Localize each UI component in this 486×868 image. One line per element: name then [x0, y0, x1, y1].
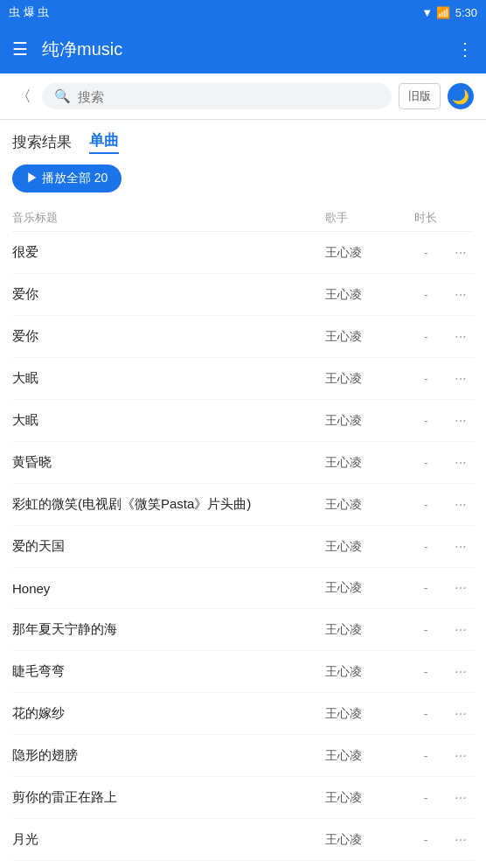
song-artist: 王心凌: [325, 748, 404, 764]
table-row[interactable]: 很爱 王心凌 - ···: [12, 232, 474, 274]
song-duration: -: [404, 791, 448, 805]
top-bar: ☰ 纯净music ⋮: [0, 24, 486, 74]
song-name: 爱的天国: [12, 538, 325, 555]
song-duration: -: [404, 665, 448, 679]
table-row[interactable]: 花的嫁纱 王心凌 - ···: [12, 693, 474, 735]
table-row[interactable]: 爱的天国 王心凌 - ···: [12, 526, 474, 568]
song-more-button[interactable]: ···: [448, 706, 474, 722]
song-name: 月光: [12, 831, 325, 848]
play-all-button[interactable]: ▶ 播放全部 20: [12, 164, 122, 192]
tab-search-results[interactable]: 搜索结果: [12, 132, 72, 152]
table-header: 音乐标题 歌手 时长: [12, 205, 474, 232]
more-icon[interactable]: ⋮: [456, 38, 474, 60]
song-artist: 王心凌: [325, 371, 404, 387]
song-name: 花的嫁纱: [12, 705, 325, 722]
song-name: 很爱: [12, 244, 325, 261]
song-more-button[interactable]: ···: [448, 413, 474, 429]
song-more-button[interactable]: ···: [448, 580, 474, 596]
back-button[interactable]: 〈: [12, 82, 35, 110]
song-duration: -: [404, 330, 448, 344]
song-duration: -: [404, 707, 448, 721]
song-artist: 王心凌: [325, 664, 404, 680]
song-more-button[interactable]: ···: [448, 497, 474, 513]
song-artist: 王心凌: [325, 790, 404, 806]
search-bar: 〈 🔍 旧版 🌙: [0, 74, 486, 120]
tab-single[interactable]: 单曲: [89, 130, 119, 154]
song-artist: 王心凌: [325, 539, 404, 555]
song-artist: 王心凌: [325, 622, 404, 638]
song-more-button[interactable]: ···: [448, 539, 474, 555]
play-all-label: ▶ 播放全部 20: [26, 171, 108, 186]
status-left: 虫 爆 虫: [9, 4, 49, 20]
song-name: 大眠: [12, 412, 325, 429]
song-duration: -: [404, 833, 448, 847]
song-more-button[interactable]: ···: [448, 664, 474, 680]
song-duration: -: [404, 749, 448, 763]
song-name: 隐形的翅膀: [12, 747, 325, 764]
table-row[interactable]: Honey 王心凌 - ···: [12, 568, 474, 609]
song-duration: -: [404, 414, 448, 428]
song-duration: -: [404, 581, 448, 595]
song-more-button[interactable]: ···: [448, 832, 474, 848]
song-artist: 王心凌: [325, 832, 404, 848]
song-name: 睫毛弯弯: [12, 663, 325, 680]
table-row[interactable]: 大眠 王心凌 - ···: [12, 358, 474, 400]
song-name: 大眠: [12, 370, 325, 387]
song-artist: 王心凌: [325, 706, 404, 722]
col-title-header: 音乐标题: [12, 210, 325, 226]
song-name: 爱你: [12, 328, 325, 345]
table-row[interactable]: 羽毛 王心凌 - ···: [12, 861, 474, 868]
song-artist: 王心凌: [325, 455, 404, 471]
song-name: 爱你: [12, 286, 325, 303]
table-row[interactable]: 那年夏天宁静的海 王心凌 - ···: [12, 609, 474, 651]
song-name: 剪你的雷正在路上: [12, 789, 325, 806]
status-right: ▼ 📶 5:30: [421, 6, 477, 19]
table-row[interactable]: 爱你 王心凌 - ···: [12, 316, 474, 358]
col-artist-header: 歌手: [325, 210, 404, 226]
song-more-button[interactable]: ···: [448, 287, 474, 303]
signal-icons: ▼ 📶: [421, 6, 449, 19]
song-artist: 王心凌: [325, 287, 404, 303]
song-duration: -: [404, 623, 448, 637]
song-more-button[interactable]: ···: [448, 245, 474, 261]
table-row[interactable]: 剪你的雷正在路上 王心凌 - ···: [12, 777, 474, 819]
table-row[interactable]: 月光 王心凌 - ···: [12, 819, 474, 861]
song-more-button[interactable]: ···: [448, 455, 474, 471]
song-artist: 王心凌: [325, 413, 404, 429]
song-list: 很爱 王心凌 - ··· 爱你 王心凌 - ··· 爱你 王心凌 - ··· 大…: [12, 232, 474, 868]
dark-mode-button[interactable]: 🌙: [448, 83, 474, 109]
status-left-text: 虫 爆 虫: [9, 4, 49, 20]
song-artist: 王心凌: [325, 497, 404, 513]
song-name: 彩虹的微笑(电视剧《微笑Pasta》片头曲): [12, 496, 325, 513]
song-artist: 王心凌: [325, 580, 404, 596]
song-more-button[interactable]: ···: [448, 329, 474, 345]
table-row[interactable]: 彩虹的微笑(电视剧《微笑Pasta》片头曲) 王心凌 - ···: [12, 484, 474, 526]
status-bar: 虫 爆 虫 ▼ 📶 5:30: [0, 0, 486, 24]
table-row[interactable]: 黄昏晓 王心凌 - ···: [12, 442, 474, 484]
song-duration: -: [404, 540, 448, 554]
song-name: 黄昏晓: [12, 454, 325, 471]
table-row[interactable]: 隐形的翅膀 王心凌 - ···: [12, 735, 474, 777]
song-artist: 王心凌: [325, 329, 404, 345]
menu-icon[interactable]: ☰: [12, 38, 28, 60]
status-time: 5:30: [455, 6, 477, 19]
table-row[interactable]: 大眠 王心凌 - ···: [12, 400, 474, 442]
search-input-wrapper[interactable]: 🔍: [42, 83, 392, 109]
search-input[interactable]: [78, 89, 379, 104]
table-row[interactable]: 睫毛弯弯 王心凌 - ···: [12, 651, 474, 693]
song-name: 那年夏天宁静的海: [12, 621, 325, 638]
moon-icon: 🌙: [452, 88, 469, 105]
song-more-button[interactable]: ···: [448, 748, 474, 764]
song-more-button[interactable]: ···: [448, 622, 474, 638]
song-artist: 王心凌: [325, 245, 404, 261]
song-duration: -: [404, 498, 448, 512]
song-name: Honey: [12, 581, 325, 596]
song-duration: -: [404, 246, 448, 260]
song-duration: -: [404, 372, 448, 386]
song-duration: -: [404, 456, 448, 470]
table-row[interactable]: 爱你 王心凌 - ···: [12, 274, 474, 316]
old-version-button[interactable]: 旧版: [399, 83, 441, 109]
song-more-button[interactable]: ···: [448, 790, 474, 806]
song-more-button[interactable]: ···: [448, 371, 474, 387]
app-title: 纯净music: [42, 38, 442, 61]
